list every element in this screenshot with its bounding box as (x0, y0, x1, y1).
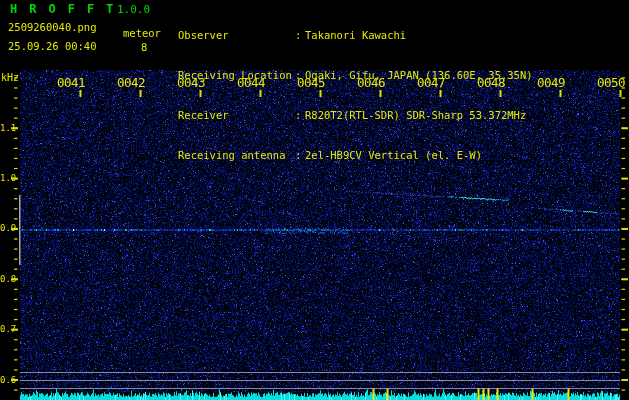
info-row-antenna: Receiving antenna:2el-HB9CV Vertical (el… (178, 149, 533, 162)
info-row-receiver: Receiver:R820T2(RTL-SDR) SDR-Sharp 53.37… (178, 109, 533, 122)
freq-tick-label: 0.7 (0, 324, 13, 334)
info-separator: : (295, 109, 305, 122)
app-version: 1.0.0 (117, 3, 150, 16)
output-filename: 2509260040.png (8, 21, 97, 33)
app-title: HROFFT (10, 2, 125, 16)
time-tick-label: 0042 (117, 75, 145, 90)
time-tick-label: 0048 (477, 75, 505, 90)
info-label: Receiving antenna (178, 149, 295, 162)
detection-count: 8 (141, 41, 147, 53)
info-label: Observer (178, 29, 295, 42)
info-value: R820T2(RTL-SDR) SDR-Sharp 53.372MHz (305, 109, 526, 122)
freq-tick-label: 0.6 (0, 375, 13, 385)
info-label: Receiver (178, 109, 295, 122)
y-axis-unit-label: kHz (1, 72, 19, 83)
time-tick-label: 0044 (237, 75, 265, 90)
freq-tick-label: 1.1 (0, 123, 13, 133)
info-separator: : (295, 29, 305, 42)
freq-tick-label: 0.9 (0, 223, 13, 233)
hrofft-window: HROFFT 1.0.0 2509260040.png meteor 25.09… (0, 0, 629, 400)
station-info-block: Observer:Takanori Kawachi Receiving Loca… (178, 2, 533, 190)
info-separator: : (295, 149, 305, 162)
time-tick-label: 0041 (57, 75, 85, 90)
time-tick-label: 0049 (537, 75, 565, 90)
info-value: Takanori Kawachi (305, 29, 406, 42)
time-tick-label: 0043 (177, 75, 205, 90)
freq-tick-label: 0.8 (0, 274, 13, 284)
time-tick-label: 0050 (597, 75, 625, 90)
time-tick-label: 0046 (357, 75, 385, 90)
info-value: 2el-HB9CV Vertical (el. E-W) (305, 149, 482, 162)
info-row-observer: Observer:Takanori Kawachi (178, 29, 533, 42)
time-tick-label: 0047 (417, 75, 445, 90)
observation-mode: meteor (123, 27, 161, 39)
time-tick-label: 0045 (297, 75, 325, 90)
freq-tick-label: 1.0 (0, 173, 13, 183)
observation-datetime: 25.09.26 00:40 (8, 40, 97, 52)
